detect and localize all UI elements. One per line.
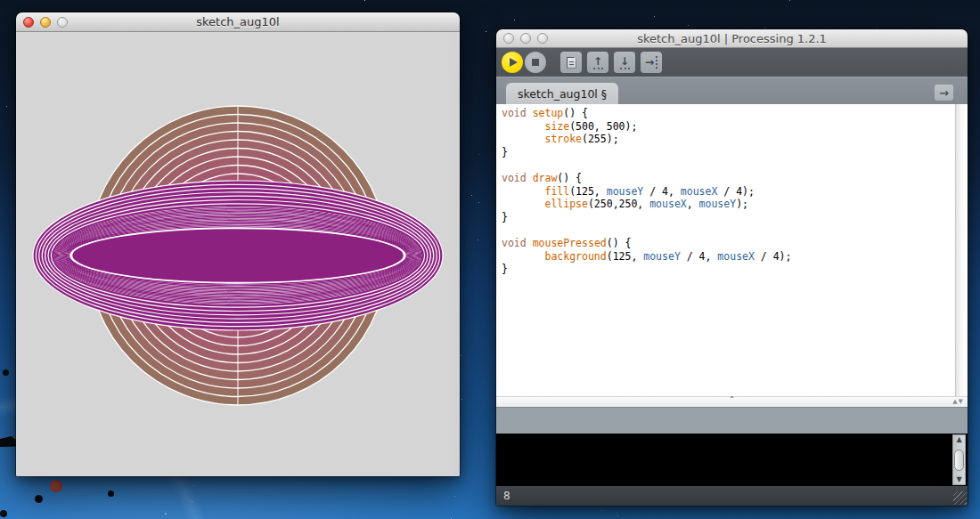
scroll-up-icon[interactable]: ▲: [956, 436, 961, 443]
stop-button[interactable]: [525, 52, 546, 73]
window-resize-grip[interactable]: [953, 491, 967, 505]
code-line[interactable]: stroke(255);: [502, 133, 955, 146]
status-message-bar: [496, 407, 968, 434]
wallpaper-dot: [0, 510, 7, 517]
ide-window-title: sketch_aug10l | Processing 1.2.1: [637, 32, 827, 45]
tab-menu-arrow-icon: →: [939, 86, 949, 100]
console-output: ▲ ▼: [496, 434, 968, 486]
open-icon: ↑: [593, 56, 603, 69]
new-file-icon: [567, 57, 576, 69]
code-line[interactable]: }: [502, 146, 955, 159]
sketch-window-titlebar[interactable]: sketch_aug10l: [16, 12, 460, 32]
sketch-canvas: [16, 32, 460, 476]
wallpaper-red-dot: [50, 480, 62, 492]
tab-label: sketch_aug10l §: [518, 87, 607, 101]
code-line[interactable]: void mousePressed() {: [502, 237, 955, 250]
code-line[interactable]: void draw() {: [502, 172, 955, 185]
wallpaper-dot: [35, 495, 43, 503]
sketch-canvas-area[interactable]: [16, 32, 460, 476]
wallpaper-dot: [3, 369, 9, 376]
save-button[interactable]: ↓: [614, 52, 635, 73]
ide-titlebar[interactable]: sketch_aug10l | Processing 1.2.1: [496, 29, 968, 48]
tab-sketch-aug10l[interactable]: sketch_aug10l §: [506, 83, 618, 104]
ide-toolbar: ↑ ↓ →: [496, 48, 968, 77]
minimize-button[interactable]: [40, 17, 51, 28]
code-line[interactable]: ellipse(250,250, mouseX, mouseY);: [502, 198, 955, 211]
zoom-button-disabled: [57, 17, 68, 28]
sketch-output-window: sketch_aug10l: [16, 12, 460, 476]
code-line[interactable]: size(500, 500);: [502, 120, 955, 134]
zoom-button-inactive[interactable]: [537, 33, 548, 44]
code-line[interactable]: background(125, mouseY / 4, mouseX / 4);: [502, 250, 955, 264]
ide-tabbar: sketch_aug10l § →: [496, 77, 968, 104]
editor-scroll-arrows-icon[interactable]: ▲▼: [952, 398, 964, 405]
wallpaper-dot: [108, 491, 114, 497]
minimize-button-inactive[interactable]: [520, 33, 531, 44]
play-icon: [510, 58, 518, 67]
close-button-inactive[interactable]: [503, 33, 514, 44]
tab-menu-button[interactable]: →: [935, 85, 953, 101]
save-icon: ↓: [620, 56, 630, 69]
scroll-down-icon[interactable]: ▼: [956, 476, 961, 483]
new-sketch-button[interactable]: [560, 52, 582, 73]
close-button[interactable]: [23, 17, 34, 28]
editor-vertical-scrollbar[interactable]: [955, 104, 968, 396]
export-button[interactable]: →: [641, 52, 662, 73]
processing-ide-window: sketch_aug10l | Processing 1.2.1 ↑ ↓ → s…: [496, 29, 968, 506]
code-area[interactable]: void setup() { size(500, 500); stroke(25…: [496, 104, 955, 396]
console-scrollbar[interactable]: ▲ ▼: [952, 434, 966, 485]
splitter-caret-icon: ˆ: [730, 397, 735, 406]
export-icon: →: [645, 56, 657, 69]
current-line-indicator: 8: [503, 490, 510, 502]
editor-console-splitter[interactable]: ˆ ▲▼: [496, 396, 968, 407]
open-button[interactable]: ↑: [587, 52, 608, 73]
sketch-window-title: sketch_aug10l: [196, 15, 279, 28]
ide-status-bar: 8: [496, 486, 968, 506]
code-line[interactable]: [502, 223, 955, 237]
stop-icon: [532, 59, 539, 66]
console-scrollbar-thumb[interactable]: [954, 450, 964, 471]
code-line[interactable]: }: [502, 263, 955, 276]
code-line[interactable]: void setup() {: [502, 107, 955, 120]
code-editor[interactable]: void setup() { size(500, 500); stroke(25…: [496, 104, 968, 396]
code-line[interactable]: }: [502, 211, 955, 224]
code-line[interactable]: fill(125, mouseY / 4, mouseX / 4);: [502, 185, 955, 199]
run-button[interactable]: [502, 52, 523, 73]
code-line[interactable]: [502, 158, 955, 172]
